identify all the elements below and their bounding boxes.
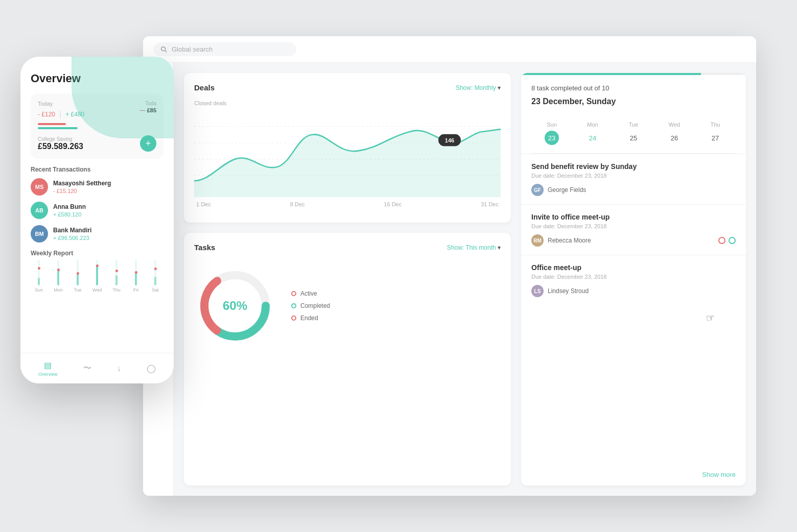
tx-details-3: Bank Mandiri + £96.506.223 xyxy=(53,227,91,241)
tasks-filter[interactable]: Show: This month ▾ xyxy=(447,244,501,251)
task-count-text: 8 task completed out of 10 xyxy=(531,84,736,92)
legend-items: Active Completed Ended xyxy=(291,290,330,322)
nav-overview[interactable]: ▤ Overview xyxy=(38,360,58,377)
cal-day-mon[interactable]: Mon 24 xyxy=(572,122,613,145)
tasks-panel-header: Tasks Show: This month ▾ xyxy=(194,243,501,252)
week-bar-fri: Fri xyxy=(128,260,144,293)
search-bar[interactable]: Global search xyxy=(153,42,296,56)
donut-area: 60% Active Completed xyxy=(194,260,501,352)
deals-filter[interactable]: Show: Monthly ▾ xyxy=(456,84,501,91)
task-progress-bar xyxy=(521,73,746,75)
main-content: 👩 Deals Show: Monthly ▾ xyxy=(143,63,756,496)
overview-icon: ▤ xyxy=(44,360,52,370)
task-name-1: Send benefit review by Sunday xyxy=(531,162,736,171)
tx-avatar-3: BM xyxy=(31,225,48,243)
tx-item-2[interactable]: AB Anna Bunn + £580.120 xyxy=(31,202,163,219)
nav-profile[interactable]: ◯ xyxy=(147,364,156,373)
task-item-1[interactable]: Send benefit review by Sunday Due date: … xyxy=(521,154,746,204)
tx-item-1[interactable]: MS Masayoshi Settherg - £15.120 xyxy=(31,178,163,196)
cursor-pointer: ☞ xyxy=(705,311,716,325)
svg-text:146: 146 xyxy=(445,137,454,143)
show-more-button[interactable]: Show more xyxy=(521,464,746,486)
task-due-2: Due date: December 23, 2018 xyxy=(531,223,736,229)
cal-day-wed[interactable]: Wed 26 xyxy=(654,122,695,145)
task-assignee-3: LS Lindsey Stroud xyxy=(531,285,736,297)
top-bar: Global search xyxy=(143,36,756,63)
desktop-window: Global search 👩 Deals xyxy=(143,36,756,496)
task-assignee-1: GF George Fields xyxy=(531,184,736,196)
legend-completed: Completed xyxy=(291,302,330,309)
progress-bar-neg xyxy=(38,123,66,125)
tx-details-2: Anna Bunn + £580.120 xyxy=(53,203,86,217)
chart-icon: 〜 xyxy=(83,363,91,374)
nav-overview-label: Overview xyxy=(38,372,58,377)
right-panel: 8 task completed out of 10 23 December, … xyxy=(521,73,746,486)
progress-bar-pos xyxy=(38,127,78,129)
legend-dot-completed xyxy=(291,303,296,308)
legend-ended: Ended xyxy=(291,315,330,322)
tx-avatar-2: AB xyxy=(31,202,48,219)
task-actions-2 xyxy=(718,237,736,244)
mobile-phone: Overview Today - £120 | + £480 xyxy=(20,57,174,383)
task-name-3: Office meet-up xyxy=(531,263,736,272)
cal-day-tue[interactable]: Tue 25 xyxy=(613,122,654,145)
week-bar-sat: Sat xyxy=(147,260,163,293)
task-due-1: Due date: December 23, 2018 xyxy=(531,173,736,179)
date-title: 23 December, Sunday xyxy=(531,97,736,106)
assignee-avatar-2: RM xyxy=(531,234,544,247)
week-bar-mon: Mon xyxy=(50,260,66,293)
profile-icon: ◯ xyxy=(147,364,156,373)
weekly-report-title: Weekly Report xyxy=(31,250,163,257)
recent-tx-title: Recent Transactions xyxy=(31,166,163,173)
assignee-name-2: Rebecca Moore xyxy=(548,237,591,244)
donut-container: 60% xyxy=(194,265,276,347)
week-bar-thu: Thu xyxy=(108,260,125,293)
phone-bottom-nav: ▤ Overview 〜 ↓ ◯ xyxy=(20,353,174,383)
week-bar-tue: Tue xyxy=(69,260,86,293)
progress-bars xyxy=(38,123,84,129)
search-placeholder: Global search xyxy=(172,45,213,53)
tx-details-1: Masayoshi Settherg - £15.120 xyxy=(53,180,111,194)
chart-legend: Closed deals xyxy=(194,100,501,106)
weekly-chart: Sun Mon Tue xyxy=(31,262,163,293)
assignee-avatar-1: GF xyxy=(531,184,544,196)
savings-amount: £59.589.263 xyxy=(38,142,83,151)
tx-item-3[interactable]: BM Bank Mandiri + £96.506.223 xyxy=(31,225,163,243)
task-assignee-2: RM Rebecca Moore xyxy=(531,234,736,247)
nav-chart[interactable]: 〜 xyxy=(83,363,91,374)
calendar-row: Sun 23 Mon 24 Tue 25 Wed xyxy=(521,122,746,153)
task-item-3[interactable]: Office meet-up Due date: December 23, 20… xyxy=(521,255,746,305)
deals-title: Deals xyxy=(194,83,215,92)
chart-area: 146 1 Dec 8 Dec 16 Dec 31 Dec xyxy=(194,110,501,212)
tasks-title: Tasks xyxy=(194,243,215,252)
task-item-2[interactable]: Invite to office meet-up Due date: Decem… xyxy=(521,204,746,255)
task-name-2: Invite to office meet-up xyxy=(531,213,736,221)
right-panel-header: 8 task completed out of 10 23 December, … xyxy=(521,75,746,122)
search-icon xyxy=(160,46,168,53)
nav-download[interactable]: ↓ xyxy=(117,364,121,373)
legend-dot-active xyxy=(291,291,296,296)
svg-line-1 xyxy=(165,51,167,52)
task-due-3: Due date: December 23, 2018 xyxy=(531,274,736,280)
assignee-avatar-3: LS xyxy=(531,285,544,297)
tx-avatar-1: MS xyxy=(31,178,48,196)
assignee-name-3: Lindsey Stroud xyxy=(548,287,589,295)
svg-point-0 xyxy=(161,46,166,51)
cal-day-sun[interactable]: Sun 23 xyxy=(531,122,572,145)
donut-percentage: 60% xyxy=(223,299,247,313)
assignee-name-1: George Fields xyxy=(548,186,586,194)
tasks-panel: Tasks Show: This month ▾ xyxy=(184,233,511,486)
x-axis-labels: 1 Dec 8 Dec 16 Dec 31 Dec xyxy=(194,201,501,207)
cal-day-thu[interactable]: Thu 27 xyxy=(695,122,736,145)
left-panels: Deals Show: Monthly ▾ Closed deals xyxy=(184,73,511,486)
amount-neg: - £120 xyxy=(38,111,55,118)
savings-label: College Saving xyxy=(38,136,83,142)
panels-area: Deals Show: Monthly ▾ Closed deals xyxy=(174,63,756,496)
week-bar-sun: Sun xyxy=(31,260,47,293)
download-icon: ↓ xyxy=(117,364,121,373)
deals-chart: 146 xyxy=(194,110,501,197)
legend-active: Active xyxy=(291,290,330,297)
task-progress-fill xyxy=(521,73,701,75)
deals-panel: Deals Show: Monthly ▾ Closed deals xyxy=(184,73,511,223)
legend-dot-ended xyxy=(291,316,296,321)
